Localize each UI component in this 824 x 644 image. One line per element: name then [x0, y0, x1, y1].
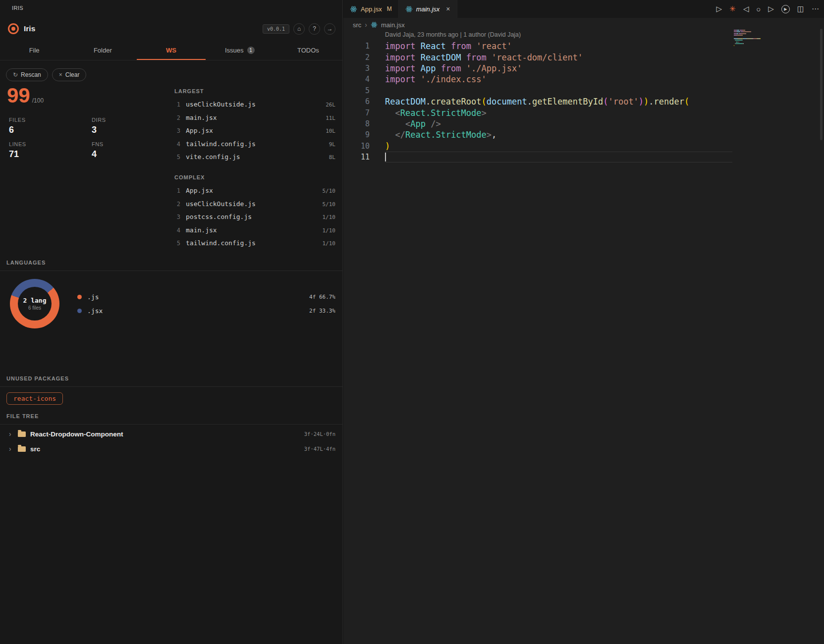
line-number[interactable]: 7 — [343, 108, 370, 117]
nav-back-icon[interactable]: ◁ — [743, 4, 749, 13]
code-token: document — [487, 97, 527, 107]
stat-value: 71 — [9, 149, 92, 160]
run-code-icon[interactable]: ▶ — [781, 5, 790, 13]
minimap-line — [734, 45, 766, 46]
line-number[interactable]: 1 — [343, 42, 370, 51]
code-token: ) — [644, 97, 649, 107]
more-actions-icon[interactable]: ⋯ — [812, 4, 819, 13]
list-item[interactable]: 3App.jsx10L — [174, 127, 335, 140]
file-tree: ›React-Dropdown-Component3f·24L·0fn›src3… — [0, 427, 342, 456]
tree-folder-row[interactable]: ›React-Dropdown-Component3f·24L·0fn — [0, 427, 342, 441]
line-number[interactable]: 5 — [343, 86, 370, 95]
code-line[interactable]: 7 <React.StrictMode> — [343, 107, 824, 118]
donut-file-count: 6 files — [28, 305, 41, 311]
line-number[interactable]: 10 — [343, 142, 370, 151]
nav-forward-icon[interactable]: ▷ — [768, 4, 774, 13]
pin-panel-icon[interactable]: → — [324, 23, 335, 35]
item-filename: App.jsx — [186, 187, 213, 194]
code-token: ( — [482, 97, 487, 107]
breadcrumb-folder[interactable]: src — [353, 21, 361, 29]
item-rank: 5 — [174, 240, 180, 247]
item-rank: 1 — [174, 101, 180, 108]
code-line[interactable]: 3import App from './App.jsx' — [343, 63, 824, 74]
folder-meta: 3f·47L·4fn — [304, 446, 335, 452]
minimap[interactable] — [734, 30, 766, 48]
home-icon[interactable]: ⌂ — [293, 23, 305, 35]
stat-value: 4 — [92, 149, 174, 160]
stat-dirs: DIRS3 — [92, 117, 174, 135]
code-line[interactable]: 6ReactDOM.createRoot(document.getElement… — [343, 96, 824, 107]
complex-section-title: COMPLEX — [174, 174, 335, 180]
code-token — [461, 53, 466, 62]
list-item[interactable]: 2main.jsx11L — [174, 114, 335, 127]
languages-content: 2 lang 6 files .js4f 66.7%.jsx2f 33.3% — [0, 279, 342, 328]
rescan-button[interactable]: ↻Rescan — [6, 68, 48, 81]
code-line[interactable]: 2import ReactDOM from 'react-dom/client' — [343, 52, 824, 62]
item-value: 26L — [326, 102, 335, 108]
code-token: from — [441, 63, 466, 73]
line-number[interactable]: 3 — [343, 64, 370, 73]
scrollbar-thumb[interactable] — [820, 29, 823, 140]
code-line[interactable]: 8 <App /> — [343, 118, 824, 129]
code-line[interactable]: 9 </React.StrictMode>, — [343, 129, 824, 140]
code-token: ReactDOM — [421, 53, 461, 62]
tree-folder-row[interactable]: ›src3f·47L·4fn — [0, 441, 342, 456]
line-number[interactable]: 6 — [343, 97, 370, 106]
code-line[interactable]: 4import './index.css' — [343, 74, 824, 85]
list-item[interactable]: 2useClickOutside.js5/10 — [174, 200, 335, 214]
code-token: . — [649, 97, 654, 107]
nav-circle-icon[interactable]: ○ — [756, 5, 761, 13]
iris-extension-icon[interactable]: ✳ — [729, 4, 736, 13]
close-tab-icon[interactable]: × — [446, 5, 450, 13]
list-item[interactable]: 1useClickOutside.js26L — [174, 101, 335, 114]
line-number[interactable]: 8 — [343, 119, 370, 128]
item-value: 5/10 — [323, 188, 336, 194]
item-filename: main.jsx — [186, 114, 217, 121]
editor-tab-main-jsx[interactable]: main.jsx× — [399, 0, 457, 18]
sidebar-tab-issues[interactable]: Issues1 — [206, 42, 274, 60]
list-item[interactable]: 1App.jsx5/10 — [174, 187, 335, 200]
code-line[interactable]: 10) — [343, 141, 824, 152]
code-token: . — [527, 97, 532, 107]
code-token: React.StrictMode — [405, 130, 487, 140]
help-icon[interactable]: ? — [309, 23, 320, 35]
code-editor-area[interactable]: 1import React from 'react'2import ReactD… — [343, 41, 824, 162]
sidebar-tab-folder[interactable]: Folder — [68, 42, 137, 60]
tab-label: Folder — [94, 47, 112, 54]
split-editor-icon[interactable]: ◫ — [797, 4, 804, 13]
list-item[interactable]: 5tailwind.config.js1/10 — [174, 239, 335, 253]
list-item[interactable]: 3postcss.config.js1/10 — [174, 213, 335, 226]
code-line[interactable]: 5 — [343, 85, 824, 96]
line-number[interactable]: 4 — [343, 75, 370, 84]
code-token — [385, 108, 395, 118]
code-token: ( — [603, 97, 608, 107]
folder-name: src — [30, 445, 40, 453]
iris-sidebar-panel: IRIS Iris v0.0.1 ⌂?→ FileFolderWSIssues1… — [0, 0, 343, 644]
chevron-right-icon: › — [365, 21, 367, 29]
line-content: import React from 'react' — [385, 41, 512, 52]
list-item[interactable]: 4main.jsx1/10 — [174, 226, 335, 240]
code-line[interactable]: 11 — [343, 152, 824, 162]
editor-tab-app-jsx[interactable]: App.jsxM — [343, 0, 399, 18]
git-blame-codelens[interactable]: David Jaja, 23 months ago | 1 author (Da… — [385, 31, 521, 38]
complex-files-section: COMPLEX 1App.jsx5/102useClickOutside.js5… — [174, 174, 335, 253]
minimap-line — [734, 33, 766, 34]
line-number[interactable]: 11 — [343, 153, 370, 161]
minimap-line — [734, 43, 766, 44]
list-item[interactable]: 4tailwind.config.js9L — [174, 140, 335, 154]
sidebar-tab-todos[interactable]: TODOs — [274, 42, 342, 60]
sidebar-tab-file[interactable]: File — [0, 42, 68, 60]
run-icon[interactable]: ▷ — [716, 4, 722, 13]
stat-fns: FNS4 — [92, 141, 174, 160]
code-token: . — [426, 97, 431, 107]
sidebar-tab-ws[interactable]: WS — [137, 42, 205, 60]
react-file-icon — [350, 5, 357, 13]
breadcrumb-file[interactable]: main.jsx — [381, 21, 405, 29]
clear-button[interactable]: ×Clear — [52, 68, 87, 81]
list-item[interactable]: 5vite.config.js8L — [174, 153, 335, 166]
score-value: 99 — [7, 84, 30, 107]
folder-icon — [18, 431, 26, 437]
line-number[interactable]: 9 — [343, 130, 370, 139]
item-rank: 4 — [174, 227, 180, 234]
line-number[interactable]: 2 — [343, 53, 370, 62]
